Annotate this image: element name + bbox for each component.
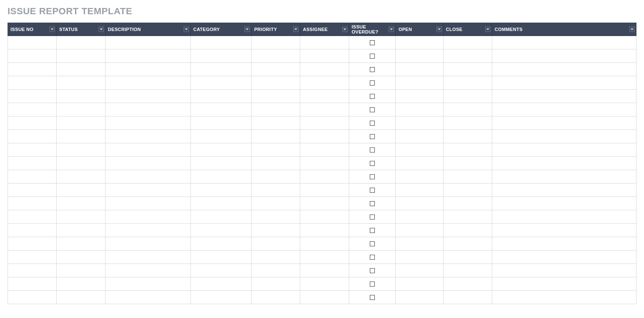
cell-comments[interactable] — [492, 36, 636, 49]
cell-assignee[interactable] — [300, 184, 349, 197]
filter-dropdown-icon[interactable] — [244, 27, 250, 32]
overdue-checkbox[interactable] — [370, 80, 375, 85]
col-header-comments[interactable]: COMMENTS — [492, 23, 636, 36]
cell-status[interactable] — [57, 210, 105, 224]
cell-desc[interactable] — [105, 291, 190, 304]
cell-status[interactable] — [57, 76, 105, 90]
cell-comments[interactable] — [492, 76, 636, 90]
cell-priority[interactable] — [252, 264, 300, 277]
cell-issue_no[interactable] — [8, 36, 57, 49]
cell-status[interactable] — [57, 103, 105, 116]
cell-priority[interactable] — [252, 36, 300, 49]
cell-assignee[interactable] — [300, 170, 349, 184]
cell-comments[interactable] — [492, 63, 636, 76]
cell-comments[interactable] — [492, 264, 636, 277]
col-header-close[interactable]: CLOSE — [443, 23, 492, 36]
cell-close[interactable] — [443, 143, 492, 157]
cell-desc[interactable] — [105, 264, 190, 277]
cell-issue_no[interactable] — [8, 116, 57, 130]
cell-assignee[interactable] — [300, 116, 349, 130]
cell-overdue[interactable] — [349, 63, 396, 76]
cell-category[interactable] — [190, 264, 251, 277]
cell-overdue[interactable] — [349, 251, 396, 264]
cell-issue_no[interactable] — [8, 49, 57, 63]
overdue-checkbox[interactable] — [370, 241, 375, 246]
cell-open[interactable] — [396, 224, 443, 237]
cell-priority[interactable] — [252, 224, 300, 237]
cell-desc[interactable] — [105, 237, 190, 251]
cell-overdue[interactable] — [349, 264, 396, 277]
cell-comments[interactable] — [492, 210, 636, 224]
cell-status[interactable] — [57, 143, 105, 157]
col-header-assignee[interactable]: ASSIGNEE — [300, 23, 349, 36]
cell-priority[interactable] — [252, 157, 300, 170]
overdue-checkbox[interactable] — [370, 54, 375, 59]
filter-dropdown-icon[interactable] — [436, 27, 442, 32]
cell-category[interactable] — [190, 237, 251, 251]
cell-issue_no[interactable] — [8, 143, 57, 157]
overdue-checkbox[interactable] — [370, 40, 375, 45]
cell-priority[interactable] — [252, 63, 300, 76]
cell-category[interactable] — [190, 103, 251, 116]
col-header-open[interactable]: OPEN — [396, 23, 443, 36]
overdue-checkbox[interactable] — [370, 147, 375, 153]
overdue-checkbox[interactable] — [370, 67, 375, 72]
cell-status[interactable] — [57, 251, 105, 264]
cell-comments[interactable] — [492, 251, 636, 264]
cell-assignee[interactable] — [300, 143, 349, 157]
cell-desc[interactable] — [105, 36, 190, 49]
overdue-checkbox[interactable] — [370, 134, 375, 139]
overdue-checkbox[interactable] — [370, 268, 375, 273]
cell-overdue[interactable] — [349, 184, 396, 197]
cell-status[interactable] — [57, 224, 105, 237]
cell-priority[interactable] — [252, 184, 300, 197]
filter-dropdown-icon[interactable] — [293, 27, 299, 32]
cell-close[interactable] — [443, 49, 492, 63]
cell-close[interactable] — [443, 224, 492, 237]
cell-open[interactable] — [396, 130, 443, 143]
cell-overdue[interactable] — [349, 210, 396, 224]
cell-category[interactable] — [190, 251, 251, 264]
cell-priority[interactable] — [252, 237, 300, 251]
cell-close[interactable] — [443, 237, 492, 251]
cell-overdue[interactable] — [349, 291, 396, 304]
cell-comments[interactable] — [492, 184, 636, 197]
cell-status[interactable] — [57, 130, 105, 143]
cell-close[interactable] — [443, 103, 492, 116]
cell-issue_no[interactable] — [8, 197, 57, 210]
cell-priority[interactable] — [252, 103, 300, 116]
cell-desc[interactable] — [105, 277, 190, 291]
cell-priority[interactable] — [252, 49, 300, 63]
cell-desc[interactable] — [105, 130, 190, 143]
cell-desc[interactable] — [105, 224, 190, 237]
cell-overdue[interactable] — [349, 237, 396, 251]
cell-comments[interactable] — [492, 90, 636, 103]
cell-priority[interactable] — [252, 210, 300, 224]
cell-status[interactable] — [57, 264, 105, 277]
cell-open[interactable] — [396, 210, 443, 224]
cell-close[interactable] — [443, 184, 492, 197]
cell-open[interactable] — [396, 49, 443, 63]
cell-assignee[interactable] — [300, 90, 349, 103]
cell-category[interactable] — [190, 90, 251, 103]
cell-status[interactable] — [57, 237, 105, 251]
cell-desc[interactable] — [105, 210, 190, 224]
cell-priority[interactable] — [252, 277, 300, 291]
cell-issue_no[interactable] — [8, 210, 57, 224]
cell-overdue[interactable] — [349, 103, 396, 116]
cell-priority[interactable] — [252, 251, 300, 264]
cell-assignee[interactable] — [300, 237, 349, 251]
cell-open[interactable] — [396, 251, 443, 264]
col-header-priority[interactable]: PRIORITY — [252, 23, 300, 36]
cell-status[interactable] — [57, 63, 105, 76]
cell-assignee[interactable] — [300, 76, 349, 90]
cell-close[interactable] — [443, 90, 492, 103]
cell-status[interactable] — [57, 49, 105, 63]
cell-open[interactable] — [396, 237, 443, 251]
cell-assignee[interactable] — [300, 264, 349, 277]
cell-priority[interactable] — [252, 170, 300, 184]
cell-issue_no[interactable] — [8, 103, 57, 116]
cell-category[interactable] — [190, 76, 251, 90]
cell-close[interactable] — [443, 197, 492, 210]
cell-category[interactable] — [190, 143, 251, 157]
